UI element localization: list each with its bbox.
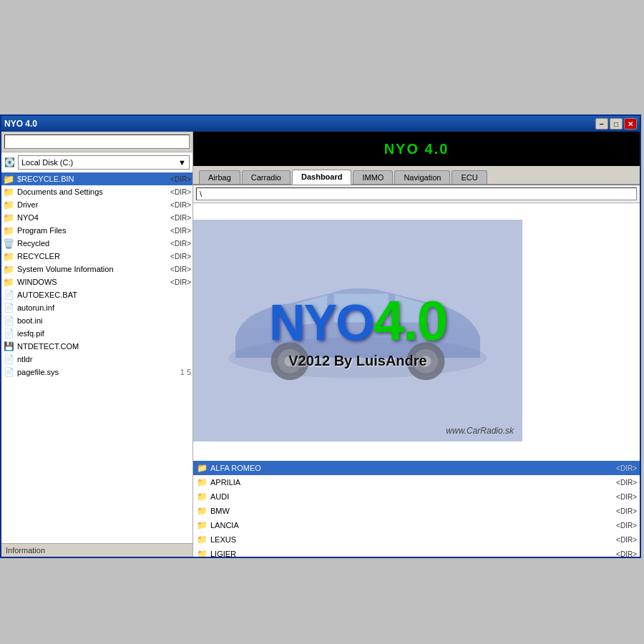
splash-content: NYO4.0 V2012 By LuisAndre <box>269 293 447 369</box>
dir-tag: <DIR> <box>170 175 191 183</box>
folder-icon: 📁 <box>196 534 208 545</box>
splash-url: www.CarRadio.sk <box>446 426 514 436</box>
file-item-name: AUTOEXEC.BAT <box>17 291 191 299</box>
left-panel: Local Disk (C:) ▼ 📁$RECYCLE.BIN<DIR>📁Doc… <box>1 132 193 557</box>
left-file-item[interactable]: 📄iesfq.pif <box>1 327 192 340</box>
left-file-item[interactable]: 📄boot.ini <box>1 314 192 327</box>
right-dir-tag: <DIR> <box>616 493 637 501</box>
right-file-item[interactable]: 📁LIGIER<DIR> <box>193 547 640 557</box>
tab-carradio[interactable]: Carradio <box>242 170 291 184</box>
left-file-item[interactable]: 📁NYO4<DIR> <box>1 211 192 224</box>
left-file-item[interactable]: 💾NTDETECT.COM <box>1 340 192 353</box>
left-file-item[interactable]: 📁$RECYCLE.BIN<DIR> <box>1 172 192 185</box>
folder-icon: 📁 <box>196 477 208 488</box>
ini-file-icon: 📄 <box>3 315 14 326</box>
right-file-area: NYO4.0 V2012 By LuisAndre www.CarRadio.s… <box>193 185 640 557</box>
drive-dropdown[interactable]: Local Disk (C:) ▼ <box>18 155 190 170</box>
drive-selector: Local Disk (C:) ▼ <box>4 155 190 170</box>
dir-tag: <DIR> <box>170 188 191 196</box>
file-size: 1 5 <box>180 368 191 376</box>
file-item-name: boot.ini <box>17 316 191 325</box>
file-item-name: WINDOWS <box>17 278 169 286</box>
right-file-name: ALFA ROMEO <box>210 464 613 472</box>
maximize-button[interactable]: □ <box>610 118 623 130</box>
address-input[interactable] <box>4 135 190 149</box>
left-file-item[interactable]: 📁Program Files<DIR> <box>1 224 192 237</box>
bat-file-icon: 📄 <box>3 289 14 301</box>
folder-icon: 📁 <box>196 548 208 557</box>
splash-nyo-text: NYO <box>269 295 374 351</box>
left-file-item[interactable]: 🗑️Recycled<DIR> <box>1 237 192 250</box>
left-file-item[interactable]: 📁Documents and Settings<DIR> <box>1 185 192 198</box>
info-label: Information <box>1 543 192 557</box>
left-file-item[interactable]: 📁RECYCLER<DIR> <box>1 250 192 263</box>
folder-icon: 📁 <box>3 199 14 210</box>
left-file-item[interactable]: 📄ntldr <box>1 353 192 366</box>
dir-tag: <DIR> <box>170 240 191 248</box>
splash-version-text: V2012 By LuisAndre <box>269 353 447 369</box>
right-file-item[interactable]: 📁LEXUS<DIR> <box>193 532 640 547</box>
left-file-item[interactable]: 📁Driver<DIR> <box>1 198 192 211</box>
hdd-icon <box>4 157 15 167</box>
folder-icon: 📁 <box>196 462 208 474</box>
main-window: NYO 4.0 − □ ✕ Local Disk (C:) ▼ <box>0 114 641 558</box>
nyo-header: NYO 4.0 <box>193 132 640 166</box>
folder-icon: 📁 <box>3 186 14 197</box>
tab-ecu[interactable]: ECU <box>452 170 487 184</box>
right-path-input[interactable] <box>196 187 637 200</box>
file-item-name: Program Files <box>17 226 169 235</box>
folder-icon: 📁 <box>3 276 14 288</box>
file-list: 📁$RECYCLE.BIN<DIR>📁Documents and Setting… <box>1 172 192 543</box>
file-item-name: Driver <box>17 200 169 209</box>
left-file-item[interactable]: 📄autorun.inf <box>1 301 192 314</box>
dir-tag: <DIR> <box>170 201 191 209</box>
file-item-name: NTDETECT.COM <box>17 342 191 351</box>
window-title: NYO 4.0 <box>4 119 37 129</box>
folder-icon: 📁 <box>3 212 14 223</box>
recycle-icon: 🗑️ <box>3 238 14 249</box>
minimize-button[interactable]: − <box>595 118 608 130</box>
right-file-item[interactable]: 📁AUDI<DIR> <box>193 489 640 504</box>
right-file-name: AUDI <box>210 492 613 501</box>
drive-label: Local Disk (C:) <box>21 158 73 167</box>
file-item-name: Recycled <box>17 239 169 248</box>
file-item-name: RECYCLER <box>17 252 169 260</box>
title-bar: NYO 4.0 − □ ✕ <box>1 116 640 132</box>
window-body: Local Disk (C:) ▼ 📁$RECYCLE.BIN<DIR>📁Doc… <box>1 132 640 557</box>
tab-airbag[interactable]: Airbag <box>199 170 240 184</box>
folder-icon: 📁 <box>3 263 14 275</box>
right-dir-tag: <DIR> <box>616 536 637 544</box>
close-button[interactable]: ✕ <box>624 118 637 130</box>
file-item-name: $RECYCLE.BIN <box>17 175 169 183</box>
folder-icon: 📁 <box>196 519 208 531</box>
pif-file-icon: 📄 <box>3 328 14 339</box>
right-panel: NYO 4.0 AirbagCarradioDashboardIMMONavig… <box>193 132 640 557</box>
title-bar-title: NYO 4.0 <box>4 119 37 129</box>
right-file-item[interactable]: 📁LANCIA<DIR> <box>193 518 640 532</box>
tab-navigation[interactable]: Navigation <box>394 170 450 184</box>
left-file-item[interactable]: 📁System Volume Information<DIR> <box>1 263 192 275</box>
dir-tag: <DIR> <box>170 214 191 222</box>
right-file-name: BMW <box>210 507 613 515</box>
file-item-name: NYO4 <box>17 213 169 222</box>
folder-icon: 📁 <box>196 491 208 502</box>
left-file-item[interactable]: 📄pagefile.sys1 5 <box>1 366 192 379</box>
right-file-item[interactable]: 📁APRILIA<DIR> <box>193 475 640 489</box>
dir-tag: <DIR> <box>170 265 191 273</box>
right-path-bar <box>193 185 640 203</box>
right-file-name: LEXUS <box>210 535 613 544</box>
folder-icon: 📁 <box>3 225 14 236</box>
right-file-item[interactable]: 📁BMW<DIR> <box>193 504 640 518</box>
file-item-name: System Volume Information <box>17 265 169 273</box>
file-item-name: Documents and Settings <box>17 187 169 196</box>
tab-immo[interactable]: IMMO <box>353 170 393 184</box>
tab-dashboard[interactable]: Dashboard <box>292 170 351 185</box>
right-dir-tag: <DIR> <box>616 464 637 472</box>
folder-icon: 📁 <box>3 250 14 262</box>
right-file-item[interactable]: 📁ALFA ROMEO<DIR> <box>193 461 640 475</box>
address-bar-container <box>1 132 192 152</box>
sys-file-icon: 📄 <box>3 366 14 378</box>
right-dir-tag: <DIR> <box>616 479 637 487</box>
left-file-item[interactable]: 📁WINDOWS<DIR> <box>1 275 192 288</box>
left-file-item[interactable]: 📄AUTOEXEC.BAT <box>1 288 192 301</box>
